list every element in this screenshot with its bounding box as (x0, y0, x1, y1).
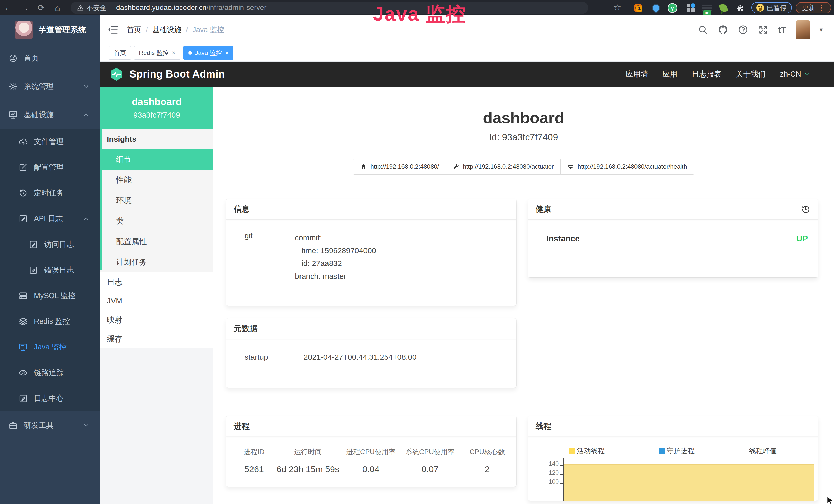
sba-instance-header[interactable]: dashboard 93a3fc7f7409 (100, 87, 213, 129)
info-git-line: commit: (295, 231, 376, 244)
sidebar-submenu-infrastructure: 文件管理配置管理定时任务API 日志访问日志错误日志MySQL 监控Redis … (0, 129, 100, 411)
sba-nav-journal[interactable]: 日志报表 (692, 69, 722, 79)
sidebar-item-label: 访问日志 (44, 239, 74, 250)
sidebar-item-tracing[interactable]: 链路追踪 (0, 360, 100, 386)
sidebar-item-label: MySQL 监控 (34, 291, 75, 301)
browser-reload-icon[interactable]: ⟳ (33, 0, 49, 16)
edit-square-icon (19, 163, 28, 172)
sidebar-item-infrastructure[interactable]: 基础设施 (0, 101, 100, 129)
metadata-card-title: 元数据 (234, 323, 258, 334)
sba-item-environment[interactable]: 环境 (100, 190, 213, 211)
legend-text: 守护进程 (667, 446, 695, 456)
extension-y-icon[interactable]: y (667, 2, 678, 14)
sba-brand: Spring Boot Admin (129, 68, 225, 80)
profile-paused-button[interactable]: 已暂停 (751, 2, 792, 13)
sba-item-jvm[interactable]: JVM (100, 292, 213, 311)
sba-nav-applications[interactable]: 应用 (662, 69, 677, 79)
instance-link-home[interactable]: http://192.168.0.2:48080/ (353, 159, 446, 175)
legend-swatch-icon (569, 448, 575, 454)
breadcrumb-item[interactable]: 基础设施 (153, 25, 181, 35)
tab-home[interactable]: 首页 (109, 46, 131, 60)
health-history-icon[interactable] (801, 205, 810, 214)
locale-caret-icon (804, 71, 811, 78)
sba-item-details[interactable]: 细节 (100, 149, 213, 170)
sidebar-item-home[interactable]: 首页 (0, 44, 100, 72)
sidebar-item-scheduled-jobs[interactable]: 定时任务 (0, 180, 100, 206)
sba-item-scheduledtasks[interactable]: 计划任务 (100, 252, 213, 272)
search-icon[interactable] (698, 25, 708, 35)
security-warning-icon[interactable] (77, 4, 84, 11)
avatar-caret-icon[interactable]: ▾ (820, 26, 823, 33)
help-icon[interactable] (738, 25, 748, 35)
sba-item-classes[interactable]: 类 (100, 211, 213, 231)
info-card-title: 信息 (234, 204, 250, 215)
sba-nav-wall[interactable]: 应用墙 (626, 69, 648, 79)
browser-back-icon[interactable]: ← (0, 0, 17, 16)
header-actions: tT ▾ (698, 16, 823, 44)
sidebar-item-config-management[interactable]: 配置管理 (0, 155, 100, 180)
sidebar-item-label: Java 监控 (34, 342, 67, 352)
font-size-icon[interactable]: tT (778, 25, 786, 35)
github-icon[interactable] (718, 25, 728, 35)
tab-label: 首页 (114, 49, 126, 57)
sidebar-item-redis-monitor[interactable]: Redis 监控 (0, 308, 100, 334)
instance-link-wrench[interactable]: http://192.168.0.2:48080/actuator (446, 159, 561, 175)
timer-icon (19, 188, 28, 198)
sidebar-item-error-logs[interactable]: 错误日志 (0, 257, 100, 283)
browser-address-bar[interactable]: 不安全 dashboard.yudao.iocoder.cn/infra/adm… (71, 2, 588, 14)
sidebar-item-mysql-monitor[interactable]: MySQL 监控 (0, 283, 100, 308)
sba-item-logfile[interactable]: 日志 (100, 272, 213, 292)
extension-pin-icon[interactable] (650, 2, 662, 14)
breadcrumb-item[interactable]: 首页 (127, 25, 141, 35)
fullscreen-icon[interactable] (758, 25, 768, 35)
process-card: 进程 进程ID运行时间进程CPU使用率系统CPU使用率CPU核心数52616d … (226, 416, 516, 486)
sidebar-item-dev-tools[interactable]: 研发工具 (0, 411, 100, 439)
browser-home-icon[interactable]: ⌂ (49, 0, 66, 16)
user-avatar[interactable] (796, 20, 810, 39)
info-git-line: id: 27aa832 (302, 257, 376, 270)
extension-orange-icon[interactable]: 1 (632, 2, 644, 14)
sidebar-item-log-center[interactable]: 日志中心 (0, 386, 100, 411)
process-col-header: 进程ID (232, 447, 276, 457)
chevron-up-icon (82, 111, 90, 119)
extension-leaf-icon[interactable] (718, 2, 729, 14)
sidebar-item-api-logs[interactable]: API 日志 (0, 206, 100, 232)
sba-nav-about[interactable]: 关于我们 (736, 69, 766, 79)
sba-item-configprops[interactable]: 配置属性 (100, 231, 213, 252)
sba-item-mappings[interactable]: 映射 (100, 311, 213, 329)
tab-redis-monitor[interactable]: Redis 监控× (134, 46, 180, 60)
app-logo-row[interactable]: 芋道管理系统 (0, 16, 100, 44)
layers-icon (19, 317, 28, 326)
extension-grid-icon[interactable] (685, 2, 696, 14)
extensions-puzzle-icon[interactable] (734, 2, 746, 14)
browser-update-button[interactable]: 更新 ⋮ (796, 2, 831, 13)
info-card: 信息 git commit:time: 1596289704000id: 27a… (226, 199, 516, 305)
sidebar-fold-icon[interactable] (107, 24, 119, 36)
sba-locale-select[interactable]: zh-CN (780, 70, 811, 78)
bookmark-star-icon[interactable]: ☆ (613, 2, 621, 12)
tab-label: Java 监控 (195, 49, 222, 57)
threads-chart-yaxis: 140120100 (537, 456, 562, 501)
sba-item-caches[interactable]: 缓存 (100, 329, 213, 348)
instance-link-heartbeat[interactable]: http://192.168.0.2:48080/actuator/health (561, 159, 694, 175)
sba-item-metrics[interactable]: 性能 (100, 170, 213, 190)
security-label[interactable]: 不安全 (87, 3, 107, 12)
tab-close-icon[interactable]: × (225, 49, 228, 56)
browser-menu-icon[interactable]: ⋮ (818, 4, 825, 12)
extension-on-icon[interactable] (701, 2, 713, 14)
sidebar-item-file-management[interactable]: 文件管理 (0, 129, 100, 155)
tab-java-monitor[interactable]: Java 监控× (183, 46, 234, 60)
process-value: 0.07 (402, 464, 458, 474)
url-path: /infra/admin-server (206, 4, 266, 12)
sidebar-item-system-management[interactable]: 系统管理 (0, 72, 100, 101)
instance-link-url: http://192.168.0.2:48080/ (370, 163, 439, 170)
process-col-header: CPU核心数 (458, 447, 516, 457)
info-row-label: git (244, 231, 295, 283)
threads-legend-label: 线程峰值 (713, 446, 813, 456)
app-title: 芋道管理系统 (39, 25, 86, 35)
sidebar-item-access-logs[interactable]: 访问日志 (0, 232, 100, 257)
browser-forward-icon[interactable]: → (17, 0, 33, 16)
tab-close-icon[interactable]: × (172, 49, 175, 56)
sidebar-item-java-monitor[interactable]: Java 监控 (0, 334, 100, 360)
briefcase-icon (8, 421, 18, 430)
